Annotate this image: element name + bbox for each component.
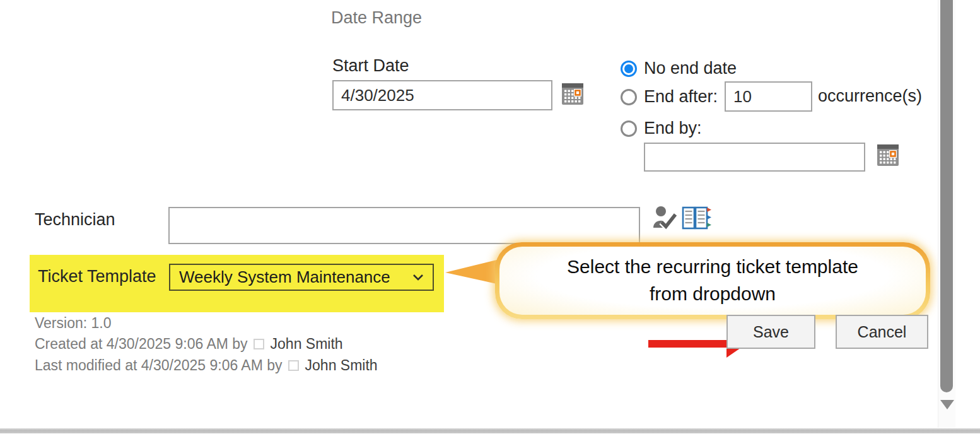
end-after-option[interactable]: End after:	[621, 87, 718, 107]
address-book-icon[interactable]	[681, 204, 711, 232]
ticket-template-label: Ticket Template	[38, 267, 156, 286]
technician-label: Technician	[35, 210, 115, 230]
chevron-down-icon	[412, 274, 424, 281]
callout-tail	[444, 257, 499, 286]
annotation-callout: Select the recurring ticket template fro…	[495, 242, 930, 319]
radio-no-end-date[interactable]	[621, 61, 637, 77]
callout-text-line2: from dropdown	[650, 281, 776, 308]
start-date-input[interactable]	[332, 80, 552, 110]
modified-user: John Smith	[305, 357, 378, 374]
ticket-template-selected-value: Weekly System Maintenance	[179, 267, 390, 287]
radio-end-after[interactable]	[621, 89, 637, 105]
end-by-date-input[interactable]	[644, 143, 865, 172]
no-end-date-option[interactable]: No end date	[621, 59, 737, 78]
callout-text-line1: Select the recurring ticket template	[567, 254, 858, 281]
horizontal-scrollbar[interactable]	[0, 428, 980, 433]
date-range-section-header: Date Range	[331, 8, 422, 28]
end-after-occurrences-input[interactable]	[725, 81, 812, 112]
start-date-label: Start Date	[332, 56, 409, 76]
presence-placeholder-icon	[288, 360, 299, 371]
radio-end-by[interactable]	[621, 120, 637, 137]
calendar-icon[interactable]	[562, 83, 583, 105]
recurring-ticket-form: Date Range Start Date No end date End af…	[0, 0, 980, 434]
end-by-label[interactable]: End by:	[644, 119, 702, 138]
end-after-label[interactable]: End after:	[644, 87, 718, 107]
scrollbar-thumb[interactable]	[940, 0, 953, 392]
person-check-icon[interactable]	[653, 206, 678, 231]
version-text: Version: 1.0	[35, 315, 111, 332]
end-by-option[interactable]: End by:	[621, 119, 702, 138]
ticket-template-dropdown[interactable]: Weekly System Maintenance	[169, 264, 434, 291]
no-end-date-label[interactable]: No end date	[644, 59, 737, 78]
calendar-icon[interactable]	[877, 144, 899, 166]
created-line: Created at 4/30/2025 9:06 AM by John Smi…	[35, 336, 343, 353]
modified-line: Last modified at 4/30/2025 9:06 AM by Jo…	[35, 357, 378, 374]
scrollbar-down-arrow-icon[interactable]	[940, 400, 954, 409]
save-button[interactable]: Save	[726, 315, 815, 349]
created-user: John Smith	[271, 336, 343, 353]
cancel-button[interactable]: Cancel	[836, 315, 928, 349]
created-prefix: Created at 4/30/2025 9:06 AM by	[35, 336, 248, 353]
technician-input[interactable]	[168, 207, 640, 244]
occurrences-suffix-label: occurrence(s)	[818, 86, 922, 106]
modified-prefix: Last modified at 4/30/2025 9:06 AM by	[35, 357, 283, 374]
presence-placeholder-icon	[254, 339, 264, 349]
